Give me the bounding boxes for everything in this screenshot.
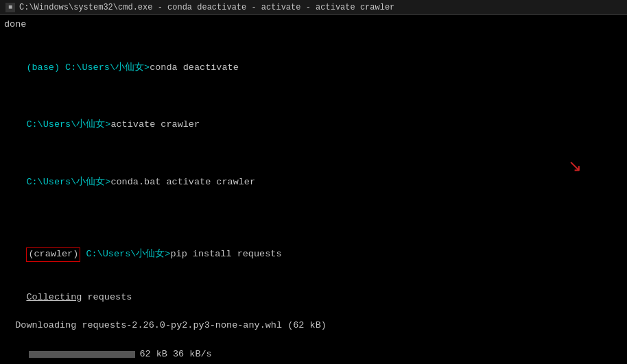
progress-bar-1 [29, 351, 135, 358]
window-title: C:\Windows\system32\cmd.exe - conda deac… [19, 3, 394, 12]
line-base-prompt: (base) C:\Users\小仙女>conda deactivate [4, 47, 623, 90]
activate-prefix: C:\Users\小仙女> [26, 119, 110, 130]
line-conda-bat: C:\Users\小仙女>conda.bat activate crawler … [4, 161, 623, 219]
collecting-pkg: requests [82, 292, 132, 302]
line-done: done [4, 18, 623, 32]
title-icon: ■ [5, 3, 15, 12]
line-blank1 [4, 32, 623, 47]
crawler-prompt-box: (crawler) [26, 247, 80, 262]
line-blank2 [4, 90, 623, 104]
collecting-text: Collecting [26, 292, 82, 302]
line-downloading-req: Downloading requests-2.26.0-py2.py3-none… [4, 319, 623, 333]
title-bar: ■ C:\Windows\system32\cmd.exe - conda de… [0, 0, 627, 15]
base-prefix: (base) C:\Users\小仙女> [26, 62, 150, 73]
pip-path: C:\Users\小仙女> [80, 249, 170, 259]
pip-cmd: pip install requests [170, 249, 281, 259]
line-blank4 [4, 219, 623, 233]
line-progress1: 62 kB 36 kB/s [4, 333, 623, 364]
red-arrow-indicator: ↘ [568, 153, 582, 178]
line-pip-install: (crawler) C:\Users\小仙女>pip install reque… [4, 233, 623, 276]
activate-cmd: activate crawler [110, 119, 200, 130]
line-activate: C:\Users\小仙女>activate crawler [4, 104, 623, 147]
conda-prefix: C:\Users\小仙女> [26, 177, 110, 187]
line-collecting-requests: Collecting requests [4, 276, 623, 319]
conda-cmd: conda.bat activate crawler [110, 177, 255, 187]
base-cmd: conda deactivate [150, 62, 239, 73]
line-blank3 [4, 147, 623, 161]
terminal-body: done (base) C:\Users\小仙女>conda deactivat… [0, 15, 627, 364]
